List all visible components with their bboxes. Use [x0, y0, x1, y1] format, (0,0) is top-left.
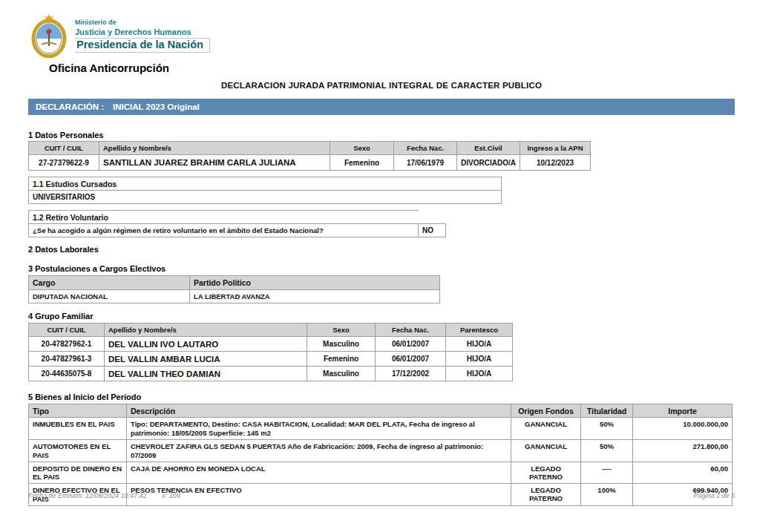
table-row: 20-47827962-1 DEL VALLIN IVO LAUTARO Mas… [29, 337, 513, 352]
col-fecha-nac: Fecha Nac. [394, 142, 457, 155]
postulaciones-table: Cargo Partido Politico DIPUTADA NACIONAL… [28, 275, 440, 303]
table-header-row: Cargo Partido Politico [29, 276, 440, 290]
col-tipo: Tipo [29, 404, 127, 418]
cell-descripcion: CAJA DE AHORRO EN MONEDA LOCAL [127, 462, 511, 484]
table-row: AUTOMOTORES EN EL PAIS CHEVROLET ZAFIRA … [29, 439, 733, 462]
table-header-row: Tipo Descripción Origen Fondos Titularid… [29, 404, 733, 418]
cell-partido: LA LIBERTAD AVANZA [190, 290, 440, 303]
cell-cargo: DIPUTADA NACIONAL [29, 290, 190, 303]
cell-descripcion: Tipo: DEPARTAMENTO, Destino: CASA HABITA… [127, 418, 511, 440]
cell-importe: 271.800,00 [633, 439, 733, 462]
section-heading-grupo-familiar: 4 Grupo Familiar [28, 312, 735, 321]
col-sexo: Sexo [307, 324, 376, 337]
cell-sexo: Masculino [307, 367, 376, 381]
cell-fecha-nac: 06/01/2007 [376, 337, 446, 352]
col-ingreso-apn: Ingreso a la APN [520, 142, 591, 155]
col-nombre: Apellido y Nombre/s [99, 142, 330, 155]
cell-fecha-nac: 17/12/2002 [376, 367, 446, 381]
cell-titularidad: 50% [581, 439, 633, 462]
cell-descripcion: CHEVROLET ZAFIRA GLS SEDAN 5 PUERTAS Año… [127, 439, 511, 462]
declaration-bar: DECLARACIÓN : INICIAL 2023 Original [28, 99, 735, 115]
retiro-question: ¿Se ha acogido a algún régimen de retiro… [29, 224, 419, 237]
table-header-row: 1.1 Estudios Cursados [29, 177, 502, 191]
col-cuit: CUIT / CUIL [29, 324, 105, 337]
cell-ingreso-apn: 10/12/2023 [520, 155, 591, 171]
bienes-table: Tipo Descripción Origen Fondos Titularid… [28, 404, 733, 506]
section-heading-datos-laborales: 2 Datos Laborales [28, 245, 735, 254]
cell-nombre: DEL VALLIN AMBAR LUCIA [105, 352, 307, 367]
cell-importe: 60,00 [633, 462, 733, 484]
col-est-civil: Est.Civil [457, 142, 520, 155]
brand-text: Ministerio de Justicia y Derechos Humano… [75, 13, 210, 53]
retiro-table: 1.2 Retiro Voluntario ¿Se ha acogido a a… [28, 210, 446, 237]
declaration-value: INICIAL 2023 Original [113, 102, 200, 111]
table-row: 20-44635075-8 DEL VALLIN THEO DAMIAN Mas… [29, 367, 513, 381]
argentina-coat-of-arms-icon [30, 13, 68, 58]
section-heading-postulaciones: 3 Postulaciones a Cargos Electivos [28, 264, 735, 273]
ministry-line2: Justicia y Derechos Humanos [75, 27, 210, 38]
version-label: v: 109 [162, 492, 180, 499]
cell-cuit: 27-27379622-9 [29, 155, 99, 171]
document-title: DECLARACION JURADA PATRIMONIAL INTEGRAL … [28, 81, 735, 90]
col-titularidad: Titularidad [581, 404, 633, 418]
cell-tipo: AUTOMOTORES EN EL PAIS [29, 439, 127, 462]
section-heading-bienes: 5 Bienes al Inicio del Período [28, 393, 735, 401]
col-nombre: Apellido y Nombre/s [105, 324, 307, 337]
table-row: 27-27379622-9 SANTILLAN JUAREZ BRAHIM CA… [29, 155, 591, 171]
table-header-row: CUIT / CUIL Apellido y Nombre/s Sexo Fec… [29, 142, 591, 155]
cell-titularidad: 50% [581, 418, 633, 440]
col-parentesco: Parentesco [446, 324, 513, 337]
cell-fecha-nac: 17/06/1979 [394, 155, 457, 171]
col-origen-fondos: Origen Fondos [511, 404, 581, 418]
retiro-heading: 1.2 Retiro Voluntario [29, 211, 419, 224]
cell-nombre: SANTILLAN JUAREZ BRAHIM CARLA JULIANA [99, 155, 330, 171]
table-header-row: 1.2 Retiro Voluntario [29, 211, 446, 224]
section-heading-datos-personales: 1 Datos Personales [28, 131, 735, 139]
col-sexo: Sexo [330, 142, 394, 155]
cell-origen: LEGADO PATERNO [511, 462, 581, 484]
cell-tipo: DEPOSITO DE DINERO EN EL PAIS [29, 462, 127, 484]
col-fecha-nac: Fecha Nac. [376, 324, 446, 337]
col-descripcion: Descripción [127, 404, 511, 418]
cell-importe: 10.000.000,00 [633, 418, 733, 440]
brand-header: Ministerio de Justicia y Derechos Humano… [30, 13, 735, 58]
declaration-label: DECLARACIÓN : [36, 102, 104, 111]
cell-est-civil: DIVORCIADO/A [457, 155, 520, 171]
col-importe: Importe [633, 404, 733, 418]
footer-left: Fecha de Emisión: 12/08/2024 10:47:42 v:… [28, 492, 180, 499]
grupo-familiar-table: CUIT / CUIL Apellido y Nombre/s Sexo Fec… [28, 323, 513, 381]
col-cuit: CUIT / CUIL [29, 142, 99, 155]
retiro-answer: NO [419, 224, 446, 237]
cell-titularidad: ---- [581, 462, 633, 484]
office-title: Oficina Anticorrupción [49, 62, 735, 74]
emission-date: Fecha de Emisión: 12/08/2024 10:47:42 [28, 492, 147, 499]
cell-parentesco: HIJO/A [446, 367, 513, 381]
cell-sexo: Femenino [330, 155, 394, 171]
table-row: 20-47827961-3 DEL VALLIN AMBAR LUCIA Fem… [29, 352, 513, 367]
document-page: Ministerio de Justicia y Derechos Humano… [0, 0, 760, 532]
cell-origen: GANANCIAL [511, 439, 581, 462]
cell-parentesco: HIJO/A [446, 352, 513, 367]
cell-nombre: DEL VALLIN IVO LAUTARO [105, 337, 307, 352]
cell-tipo: INMUEBLES EN EL PAIS [29, 418, 127, 440]
cell-sexo: Femenino [307, 352, 376, 367]
estudios-table: 1.1 Estudios Cursados UNIVERSITARIOS [28, 177, 502, 204]
ministry-line1: Ministerio de [75, 19, 210, 27]
col-cargo: Cargo [29, 276, 190, 290]
cell-cuit: 20-47827962-1 [29, 337, 105, 352]
cell-nombre: DEL VALLIN THEO DAMIAN [105, 367, 307, 381]
presidency-label: Presidencia de la Nación [75, 38, 210, 53]
table-header-row: CUIT / CUIL Apellido y Nombre/s Sexo Fec… [29, 324, 513, 337]
cell-parentesco: HIJO/A [446, 337, 513, 352]
cell-origen: GANANCIAL [511, 418, 581, 440]
table-row: ¿Se ha acogido a algún régimen de retiro… [29, 224, 446, 237]
personal-data-table: CUIT / CUIL Apellido y Nombre/s Sexo Fec… [28, 141, 591, 171]
table-row: DIPUTADA NACIONAL LA LIBERTAD AVANZA [29, 290, 440, 303]
estudios-value: UNIVERSITARIOS [29, 191, 502, 204]
col-partido: Partido Politico [190, 276, 440, 290]
table-row: INMUEBLES EN EL PAIS Tipo: DEPARTAMENTO,… [29, 418, 733, 440]
cell-cuit: 20-44635075-8 [29, 367, 105, 381]
cell-sexo: Masculino [307, 337, 376, 352]
cell-cuit: 20-47827961-3 [29, 352, 105, 367]
table-row: DEPOSITO DE DINERO EN EL PAIS CAJA DE AH… [29, 462, 733, 484]
